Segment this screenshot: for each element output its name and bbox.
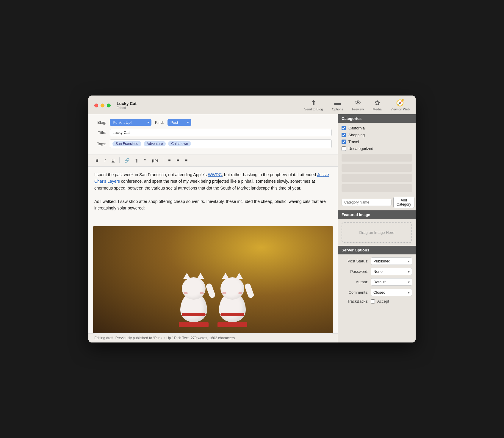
password-select-wrap: None ▼: [371, 268, 412, 275]
underline-button[interactable]: U: [109, 157, 117, 164]
cat-left-head: [182, 277, 206, 300]
tag-san-francisco[interactable]: San Francisco: [112, 141, 141, 146]
bold-button[interactable]: B: [93, 157, 101, 164]
cat-left-blush-l: [184, 292, 188, 294]
category-empty-row-3: [342, 174, 412, 182]
options-button[interactable]: ▬ Options: [332, 100, 343, 111]
wwdc-link[interactable]: WWDC: [208, 172, 222, 177]
options-label: Options: [332, 107, 343, 111]
media-icon: ✿: [375, 100, 380, 106]
format-toolbar: B I U 🔗 ¶ ❝ pre ≡ ≡ ≡: [88, 154, 338, 167]
category-add-row: Add Category: [338, 194, 416, 210]
align-right-button[interactable]: ≡: [183, 157, 190, 164]
italic-button[interactable]: I: [102, 157, 108, 164]
paragraph-2: As I walked, I saw shop after shop offer…: [94, 198, 332, 212]
tags-container[interactable]: San Francisco Adventure Chinatown: [110, 139, 332, 148]
tag-adventure[interactable]: Adventure: [144, 141, 166, 146]
category-item-uncategorized: Uncategorized: [342, 146, 412, 151]
align-center-button[interactable]: ≡: [174, 157, 181, 164]
minimize-button[interactable]: [101, 104, 104, 107]
cat-left-ear-r: [197, 273, 204, 279]
status-text: Editing draft. Previously published to “…: [94, 336, 236, 340]
code-button[interactable]: pre: [150, 157, 161, 164]
blog-select[interactable]: Punk it Up!: [110, 119, 151, 126]
view-on-web-icon: 🧭: [396, 100, 404, 106]
categories-header: Categories: [338, 114, 416, 123]
category-checkbox-california[interactable]: [342, 126, 346, 130]
image-drop-zone[interactable]: Drag an Image Here: [342, 222, 412, 243]
server-options-header: Server Options: [338, 246, 416, 254]
paragraph-button[interactable]: ¶: [133, 157, 140, 164]
send-to-blog-label: Send to Blog: [304, 107, 323, 111]
cat-left: [179, 292, 209, 327]
cat-left-base: [179, 322, 209, 327]
cat-right-body: [219, 292, 246, 322]
comments-row: Comments: Closed Open ▼: [342, 289, 412, 296]
add-category-button[interactable]: Add Category: [393, 197, 414, 208]
category-checkbox-travel[interactable]: [342, 140, 346, 144]
link-button[interactable]: 🔗: [122, 157, 132, 164]
content-area: Blog: Punk it Up! ▼ Kind: Post ▼: [88, 114, 416, 342]
media-label: Media: [373, 107, 382, 111]
cat-left-ear-l: [183, 273, 190, 279]
server-options: Post Status: Published Draft Pending Rev…: [338, 254, 416, 309]
categories-list: California Shopping Travel Uncategorized: [338, 123, 416, 154]
main-editor: Blog: Punk it Up! ▼ Kind: Post ▼: [88, 114, 338, 342]
kind-select[interactable]: Post: [168, 119, 191, 126]
kind-select-wrap: Post ▼: [168, 119, 191, 126]
preview-button[interactable]: 👁 Preview: [352, 100, 364, 111]
title-row: Title:: [94, 129, 332, 136]
fullscreen-button[interactable]: [107, 104, 111, 107]
preview-label: Preview: [352, 107, 364, 111]
featured-image-header: Featured Image: [338, 210, 416, 219]
separator-1: [119, 157, 120, 163]
align-left-button[interactable]: ≡: [166, 157, 173, 164]
trackbacks-accept-checkbox[interactable]: [371, 299, 375, 304]
tag-chinatown[interactable]: Chinatown: [168, 141, 191, 146]
close-button[interactable]: [94, 104, 98, 107]
comments-select[interactable]: Closed Open: [371, 289, 412, 296]
paragraph-1: I spent the past week in San Francisco, …: [94, 171, 332, 191]
cat-right-blush-l: [222, 292, 226, 294]
options-icon: ▬: [334, 100, 341, 106]
cat-left-collar: [182, 313, 206, 316]
drop-zone-label: Drag an Image Here: [359, 230, 395, 235]
category-checkbox-shopping[interactable]: [342, 133, 346, 137]
sidebar: Categories California Shopping Travel Un…: [338, 114, 416, 342]
editor-text-area[interactable]: I spent the past week in San Francisco, …: [88, 167, 338, 226]
title-bar: Lucky Cat Edited ⬆ Send to Blog ▬ Option…: [88, 96, 416, 114]
status-bar: Editing draft. Previously published to “…: [88, 333, 338, 342]
post-status-label: Post Status:: [342, 259, 368, 263]
cat-right-base: [217, 322, 247, 327]
comments-select-wrap: Closed Open ▼: [371, 289, 412, 296]
author-select-wrap: Default ▼: [371, 278, 412, 286]
post-status-select[interactable]: Published Draft Pending Review: [371, 257, 412, 265]
cat-left-body: [180, 292, 207, 322]
category-checkbox-uncategorized[interactable]: [342, 146, 346, 151]
category-name-input[interactable]: [342, 199, 392, 206]
category-label-travel: Travel: [348, 140, 359, 144]
cat-right-ear-l: [222, 273, 229, 279]
category-empty-row-2: [342, 164, 412, 172]
title-input[interactable]: [110, 129, 332, 136]
traffic-lights: [94, 104, 111, 107]
cat-right: [217, 292, 247, 327]
password-select[interactable]: None: [371, 268, 412, 275]
category-label-shopping: Shopping: [348, 133, 365, 137]
cat-right-collar: [220, 313, 244, 316]
password-row: Password: None ▼: [342, 268, 412, 275]
cat-left-blush-r: [200, 292, 204, 294]
media-button[interactable]: ✿ Media: [373, 100, 382, 111]
send-to-blog-button[interactable]: ⬆ Send to Blog: [304, 100, 323, 111]
lucky-cat-image: [93, 226, 333, 333]
tags-row: Tags: San Francisco Adventure Chinatown: [94, 139, 332, 148]
author-select[interactable]: Default: [371, 278, 412, 286]
blockquote-button[interactable]: ❝: [141, 157, 148, 164]
tags-label: Tags:: [94, 142, 106, 146]
layers-link[interactable]: Layers: [107, 179, 120, 184]
blog-row: Blog: Punk it Up! ▼ Kind: Post ▼: [94, 119, 332, 126]
password-label: Password:: [342, 269, 368, 274]
view-on-web-button[interactable]: 🧭 View on Web: [391, 100, 410, 111]
blog-select-wrap: Punk it Up! ▼: [110, 119, 151, 126]
cat-left-paw-up: [205, 283, 216, 299]
